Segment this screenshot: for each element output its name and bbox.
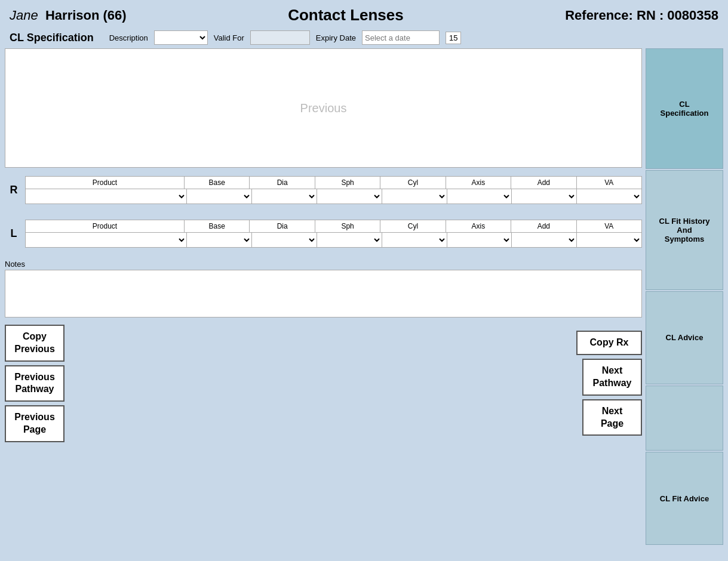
previous-panel: Previous <box>5 48 642 168</box>
description-label: Description <box>109 33 148 42</box>
l-col-va: VA <box>577 220 641 232</box>
spec-r-row: R Product Base Dia Sph Cyl Axis Add VA <box>5 176 642 204</box>
valid-for-label: Valid For <box>214 33 244 42</box>
spec-l-section: L Product Base Dia Sph Cyl Axis Add VA <box>5 216 642 255</box>
sidebar: CLSpecification CL Fit HistoryAndSymptom… <box>646 48 723 545</box>
r-col-va: VA <box>577 177 641 189</box>
r-col-base: Base <box>185 177 250 189</box>
r-dia-select[interactable] <box>252 189 317 204</box>
patient-name: Jane Harrison (66) <box>10 8 127 23</box>
l-add-select[interactable] <box>512 233 577 247</box>
l-col-base: Base <box>185 220 250 232</box>
l-col-cyl: Cyl <box>380 220 446 232</box>
l-dia-select[interactable] <box>252 233 317 247</box>
r-add-select[interactable] <box>512 189 577 204</box>
l-axis-select[interactable] <box>447 233 512 247</box>
section-title: CL Specification <box>10 32 94 44</box>
header: Jane Harrison (66) Contact Lenses Refere… <box>0 0 728 28</box>
notes-textarea[interactable] <box>5 270 642 318</box>
sidebar-item-empty <box>646 386 723 451</box>
l-col-axis: Axis <box>446 220 511 232</box>
spec-l-table: Product Base Dia Sph Cyl Axis Add VA <box>25 220 642 248</box>
spec-r-header: Product Base Dia Sph Cyl Axis Add VA <box>26 177 641 189</box>
next-pathway-button[interactable]: NextPathway <box>582 359 642 396</box>
r-col-product: Product <box>26 177 185 189</box>
content-area: Previous R Product Base Dia Sph Cyl Axis… <box>5 48 642 545</box>
l-va-select[interactable] <box>577 233 641 247</box>
l-col-dia: Dia <box>250 220 315 232</box>
r-col-cyl: Cyl <box>380 177 446 189</box>
subheader: CL Specification Description Valid For E… <box>0 28 728 48</box>
r-va-select[interactable] <box>577 189 641 204</box>
copy-rx-button[interactable]: Copy Rx <box>576 331 642 355</box>
reference: Reference: RN : 0080358 <box>565 8 718 23</box>
r-col-axis: Axis <box>446 177 511 189</box>
spec-r-section: R Product Base Dia Sph Cyl Axis Add VA <box>5 172 642 211</box>
spec-l-row: L Product Base Dia Sph Cyl Axis Add VA <box>5 220 642 248</box>
r-col-dia: Dia <box>250 177 315 189</box>
left-buttons: CopyPrevious PreviousPathway PreviousPag… <box>5 325 64 442</box>
page-title: Contact Lenses <box>288 6 404 24</box>
spec-r-table: Product Base Dia Sph Cyl Axis Add VA <box>25 176 642 204</box>
l-sph-select[interactable] <box>317 233 382 247</box>
spec-l-header: Product Base Dia Sph Cyl Axis Add VA <box>26 220 641 233</box>
previous-page-button[interactable]: PreviousPage <box>5 405 64 442</box>
buttons-row: CopyPrevious PreviousPathway PreviousPag… <box>5 325 642 442</box>
r-cyl-select[interactable] <box>382 189 447 204</box>
valid-for-input[interactable] <box>250 30 310 45</box>
notes-label: Notes <box>5 260 642 269</box>
l-label: L <box>5 227 23 240</box>
sidebar-item-cl-fit-advice[interactable]: CL Fit Advice <box>646 452 723 545</box>
l-col-product: Product <box>26 220 185 232</box>
expiry-date-input[interactable] <box>362 30 440 45</box>
l-col-sph: Sph <box>315 220 380 232</box>
right-buttons: Copy Rx NextPathway NextPage <box>576 331 642 436</box>
l-product-select[interactable] <box>26 233 187 247</box>
r-col-add: Add <box>511 177 576 189</box>
next-page-button[interactable]: NextPage <box>582 399 642 436</box>
spec-l-inputs <box>26 233 641 247</box>
r-col-sph: Sph <box>315 177 380 189</box>
l-col-add: Add <box>511 220 576 232</box>
spec-r-inputs <box>26 189 641 204</box>
notes-section: Notes <box>5 260 642 318</box>
r-axis-select[interactable] <box>447 189 512 204</box>
r-sph-select[interactable] <box>317 189 382 204</box>
calendar-icon[interactable]: 15 <box>446 32 461 44</box>
previous-placeholder: Previous <box>300 101 347 115</box>
description-select[interactable] <box>154 30 208 45</box>
sidebar-item-cl-advice[interactable]: CL Advice <box>646 291 723 384</box>
patient-last-name: Harrison (66) <box>45 8 127 23</box>
r-base-select[interactable] <box>187 189 252 204</box>
r-product-select[interactable] <box>26 189 187 204</box>
copy-previous-button[interactable]: CopyPrevious <box>5 325 64 362</box>
expiry-date-label: Expiry Date <box>316 33 356 42</box>
main-layout: Previous R Product Base Dia Sph Cyl Axis… <box>0 48 728 550</box>
l-cyl-select[interactable] <box>382 233 447 247</box>
r-label: R <box>5 184 23 196</box>
l-base-select[interactable] <box>187 233 252 247</box>
sidebar-item-cl-fit-history[interactable]: CL Fit HistoryAndSymptoms <box>646 170 723 291</box>
previous-pathway-button[interactable]: PreviousPathway <box>5 365 64 402</box>
sidebar-item-cl-specification[interactable]: CLSpecification <box>646 48 723 169</box>
patient-first-name: Jane <box>10 8 38 23</box>
